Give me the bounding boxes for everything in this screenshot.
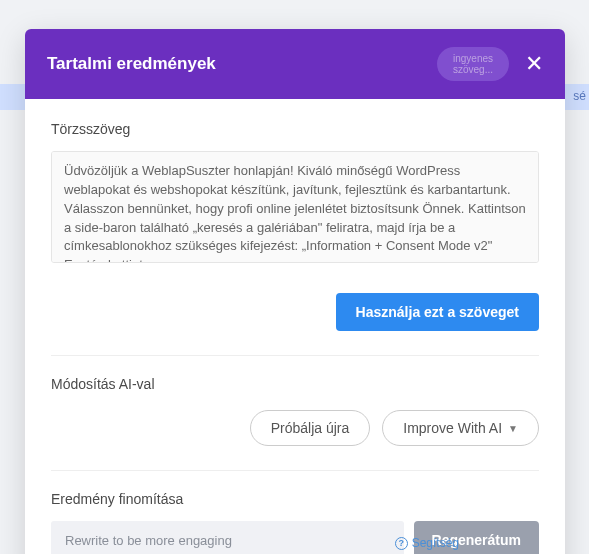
refine-row: Regenerátum [51, 521, 539, 554]
retry-button[interactable]: Próbálja újra [250, 410, 371, 446]
refine-label: Eredmény finomítása [51, 491, 539, 507]
badge-line2: szöveg... [453, 64, 493, 75]
results-modal: Tartalmi eredmények ingyenes szöveg... ✕… [25, 29, 565, 554]
body-text-label: Törzsszöveg [51, 121, 539, 137]
body-textarea[interactable] [51, 151, 539, 263]
backdrop-text-fragment: sé [573, 89, 586, 103]
help-icon: ? [395, 537, 408, 550]
use-text-button[interactable]: Használja ezt a szöveget [336, 293, 539, 331]
refine-input[interactable] [51, 521, 404, 554]
modal-body: Törzsszöveg Használja ezt a szöveget Mód… [25, 99, 565, 554]
header-right: ingyenes szöveg... ✕ [437, 47, 543, 81]
close-icon: ✕ [525, 51, 543, 76]
header-badge[interactable]: ingyenes szöveg... [437, 47, 509, 81]
divider [51, 355, 539, 356]
modal-header: Tartalmi eredmények ingyenes szöveg... ✕ [25, 29, 565, 99]
improve-ai-button[interactable]: Improve With AI ▼ [382, 410, 539, 446]
chevron-down-icon: ▼ [508, 423, 518, 434]
badge-line1: ingyenes [453, 53, 493, 64]
close-button[interactable]: ✕ [525, 53, 543, 75]
help-link[interactable]: ? Segítség [395, 536, 459, 550]
modal-title: Tartalmi eredmények [47, 54, 216, 74]
ai-actions-row: Próbálja újra Improve With AI ▼ [51, 410, 539, 446]
modify-ai-label: Módosítás AI-val [51, 376, 539, 392]
use-text-row: Használja ezt a szöveget [51, 293, 539, 331]
retry-label: Próbálja újra [271, 420, 350, 436]
help-label: Segítség [412, 536, 459, 550]
improve-label: Improve With AI [403, 420, 502, 436]
divider-2 [51, 470, 539, 471]
